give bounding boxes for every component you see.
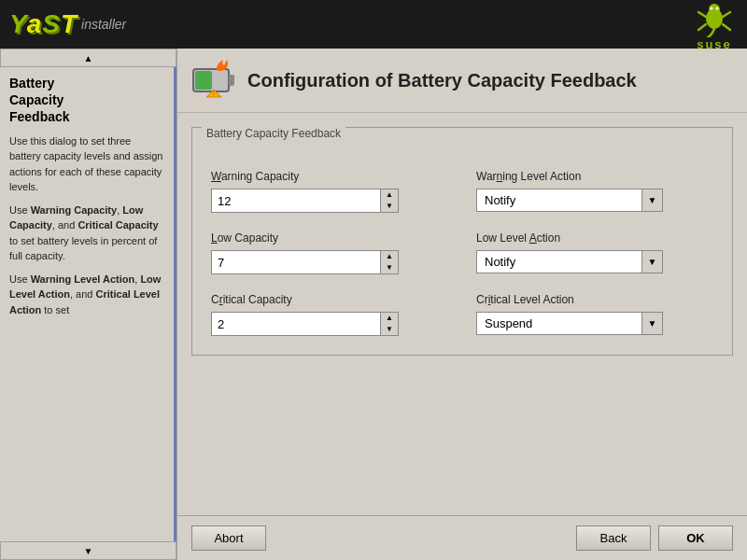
warning-capacity-spin-up[interactable]: ▲ bbox=[381, 189, 398, 201]
sidebar-scroll-up[interactable]: ▲ bbox=[0, 49, 176, 67]
suse-logo: suse bbox=[691, 0, 738, 51]
warning-action-dropdown[interactable]: Notify ▼ bbox=[476, 189, 663, 212]
low-capacity-spinbox[interactable]: ▲ ▼ bbox=[211, 250, 360, 274]
critical-capacity-spin-up[interactable]: ▲ bbox=[381, 313, 398, 324]
bold-critical-capacity: Critical Capacity bbox=[78, 219, 158, 231]
yast-logo: YaST installer bbox=[9, 6, 126, 43]
svg-line-4 bbox=[698, 12, 706, 17]
battery-svg-icon: ! bbox=[191, 58, 236, 103]
scroll-up-icon: ▲ bbox=[84, 53, 93, 63]
right-panel: ! Configuration of Battery Capacity Feed… bbox=[177, 49, 747, 560]
page-title: Configuration of Battery Capacity Feedba… bbox=[247, 70, 637, 91]
critical-capacity-spinbox[interactable]: ▲ ▼ bbox=[211, 312, 360, 336]
header: YaST installer suse bbox=[0, 0, 747, 49]
critical-capacity-spin-down[interactable]: ▼ bbox=[381, 324, 398, 335]
battery-feedback-fieldset: Battery Capacity Feedback Warning Capaci… bbox=[191, 127, 733, 356]
warning-action-group: Warning Level Action Notify ▼ bbox=[476, 170, 713, 213]
page-header: ! Configuration of Battery Capacity Feed… bbox=[177, 49, 747, 113]
svg-line-5 bbox=[723, 12, 730, 17]
critical-capacity-group: Critical Capacity ▲ ▼ bbox=[211, 293, 448, 336]
fieldset-legend: Battery Capacity Feedback bbox=[202, 127, 345, 140]
footer-right-buttons: Back OK bbox=[576, 525, 733, 551]
warning-capacity-group: Warning Capacity ▲ ▼ bbox=[211, 170, 448, 213]
form-grid: Warning Capacity ▲ ▼ Wa bbox=[211, 170, 713, 336]
low-capacity-group: Low Capacity ▲ ▼ bbox=[211, 231, 448, 274]
critical-action-group: Critical Level Action Suspend ▼ bbox=[476, 293, 713, 336]
critical-action-label: Critical Level Action bbox=[476, 293, 713, 306]
sidebar-scroll-down[interactable]: ▼ bbox=[0, 541, 176, 560]
warning-capacity-label: Warning Capacity bbox=[211, 170, 448, 183]
low-capacity-spin-up[interactable]: ▲ bbox=[381, 251, 398, 262]
scroll-down-icon: ▼ bbox=[84, 546, 93, 556]
svg-rect-10 bbox=[195, 71, 212, 90]
ok-button[interactable]: OK bbox=[658, 525, 733, 551]
suse-gecko-icon bbox=[691, 0, 738, 37]
low-capacity-label: Low Capacity bbox=[211, 231, 448, 245]
footer-left-buttons: Abort bbox=[191, 525, 266, 551]
back-button[interactable]: Back bbox=[576, 525, 651, 551]
warning-capacity-spin-down[interactable]: ▼ bbox=[381, 201, 398, 212]
warning-capacity-input[interactable] bbox=[211, 189, 380, 213]
content-area: Battery Capacity Feedback Warning Capaci… bbox=[177, 113, 747, 515]
critical-capacity-label: Critical Capacity bbox=[211, 293, 448, 306]
sidebar-para3: Use Warning Level Action, Low Level Acti… bbox=[9, 272, 164, 318]
low-action-arrow-icon: ▼ bbox=[641, 251, 662, 273]
svg-point-3 bbox=[716, 7, 719, 9]
warning-capacity-spinbox[interactable]: ▲ ▼ bbox=[211, 189, 360, 213]
sidebar-title: BatteryCapacityFeedback bbox=[9, 75, 164, 126]
sidebar-para1: Use this dialog to set three battery cap… bbox=[9, 133, 164, 195]
low-action-group: Low Level Action Notify ▼ bbox=[476, 231, 713, 274]
svg-line-6 bbox=[698, 24, 706, 30]
svg-line-7 bbox=[723, 24, 730, 30]
low-action-value: Notify bbox=[477, 251, 641, 273]
low-capacity-spin-down[interactable]: ▼ bbox=[381, 262, 398, 273]
warning-capacity-spin-buttons: ▲ ▼ bbox=[380, 189, 399, 213]
svg-point-2 bbox=[711, 7, 713, 9]
footer: Abort Back OK bbox=[177, 515, 747, 560]
low-action-dropdown[interactable]: Notify ▼ bbox=[476, 250, 663, 273]
bold-warning-capacity: Warning Capacity bbox=[31, 204, 118, 216]
bold-warning-action: Warning Level Action bbox=[31, 273, 135, 285]
main-layout: ▲ BatteryCapacityFeedback Use this dialo… bbox=[0, 49, 747, 560]
critical-action-arrow-icon: ▼ bbox=[641, 313, 662, 334]
low-capacity-spin-buttons: ▲ ▼ bbox=[380, 250, 399, 274]
sidebar: ▲ BatteryCapacityFeedback Use this dialo… bbox=[0, 49, 177, 560]
critical-capacity-spin-buttons: ▲ ▼ bbox=[380, 312, 399, 336]
low-capacity-input[interactable] bbox=[211, 250, 380, 274]
svg-rect-9 bbox=[229, 75, 234, 86]
abort-button[interactable]: Abort bbox=[191, 525, 266, 551]
installer-label: installer bbox=[81, 17, 126, 32]
critical-action-dropdown[interactable]: Suspend ▼ bbox=[476, 312, 663, 335]
yast-logo-text: YaST bbox=[9, 9, 78, 39]
svg-point-1 bbox=[709, 4, 720, 15]
warning-action-label: Warning Level Action bbox=[476, 170, 713, 183]
warning-action-value: Notify bbox=[477, 189, 641, 211]
sidebar-content: BatteryCapacityFeedback Use this dialog … bbox=[0, 67, 176, 541]
sidebar-para2: Use Warning Capacity, Low Capacity, and … bbox=[9, 203, 164, 264]
critical-action-value: Suspend bbox=[477, 313, 641, 334]
svg-text:!: ! bbox=[213, 90, 215, 96]
warning-action-arrow-icon: ▼ bbox=[641, 189, 662, 211]
critical-capacity-input[interactable] bbox=[211, 312, 380, 336]
low-action-label: Low Level Action bbox=[476, 231, 713, 245]
battery-icon: ! bbox=[191, 58, 236, 103]
